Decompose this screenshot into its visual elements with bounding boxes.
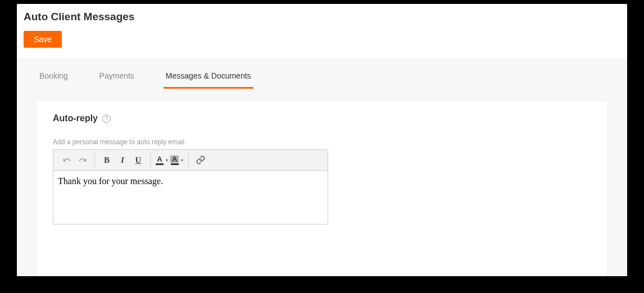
editor-content[interactable]: Thank you for your message. [53, 171, 328, 224]
page-title: Auto Client Messages [24, 11, 620, 23]
rich-text-editor: B I U A ▾ [53, 149, 328, 225]
undo-button[interactable] [59, 152, 75, 168]
chevron-down-icon: ▾ [166, 158, 168, 163]
tab-payments[interactable]: Payments [97, 65, 137, 89]
field-label: Add a personal message to auto reply ema… [53, 138, 591, 146]
toolbar-divider [188, 153, 189, 167]
header: Auto Client Messages Save [17, 4, 627, 58]
bold-button[interactable]: B [99, 152, 115, 168]
main-window: Auto Client Messages Save Booking Paymen… [17, 4, 627, 276]
redo-button[interactable] [75, 152, 90, 168]
settings-card: Auto-reply ? Add a personal message to a… [37, 101, 607, 276]
chevron-down-icon: ▾ [181, 158, 183, 163]
tab-messages-documents[interactable]: Messages & Documents [164, 65, 253, 89]
editor-toolbar: B I U A ▾ [53, 150, 328, 171]
section-title-row: Auto-reply ? [53, 113, 591, 123]
link-button[interactable] [193, 152, 208, 168]
underline-button[interactable]: U [130, 152, 146, 168]
toolbar-divider [150, 153, 151, 167]
save-button[interactable]: Save [24, 31, 62, 48]
italic-button[interactable]: I [115, 152, 130, 168]
tab-booking[interactable]: Booking [37, 65, 70, 89]
tabs-area: Booking Payments Messages & Documents Au… [17, 58, 627, 276]
background-color-button[interactable]: A ▾ [169, 152, 184, 168]
section-title: Auto-reply [53, 113, 98, 123]
tabs: Booking Payments Messages & Documents [37, 58, 607, 89]
text-color-button[interactable]: A ▾ [155, 152, 169, 168]
toolbar-divider [94, 153, 95, 167]
help-icon[interactable]: ? [102, 115, 111, 123]
